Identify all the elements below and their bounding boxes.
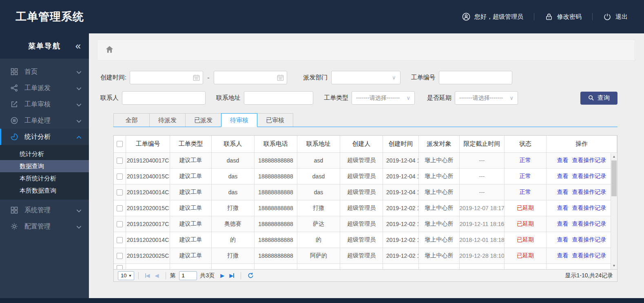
refresh-button[interactable] [248, 272, 254, 279]
address-input[interactable] [244, 91, 313, 105]
contact-field [122, 91, 206, 105]
select-all-checkbox[interactable] [117, 141, 123, 147]
view-log-link[interactable]: 查看操作记录 [572, 189, 606, 196]
calendar-icon[interactable] [277, 74, 284, 81]
cell-order-no: 201912020014C [126, 232, 170, 248]
order-no-input[interactable] [439, 71, 512, 84]
last-page-button[interactable]: ▶ [229, 272, 234, 279]
row-checkbox[interactable] [117, 237, 123, 243]
app-header: 工单管理系统 您好，超级管理员 修改密码 退出 [0, 0, 644, 33]
sidebar-item-home[interactable]: 首页 [0, 64, 89, 80]
page-number-input[interactable] [179, 271, 197, 280]
cell-created: 2019-12-04 15 [383, 153, 419, 169]
cell-creator: 超级管理员 [340, 232, 383, 248]
type-select[interactable]: -------请选择------- ∨ [352, 91, 415, 105]
chevron-down-icon [76, 118, 82, 123]
pie-chart-icon [11, 133, 18, 141]
sidebar: 菜单导航 « 首页 工单派发 工单 [0, 33, 89, 298]
scrollbar-thumb[interactable] [611, 160, 617, 196]
work-order-table: 工单编号 工单类型 联系人 联系电话 联系地址 创建人 创建时间 派发对象 限定… [113, 135, 617, 282]
lock-icon [545, 13, 553, 21]
home-icon[interactable] [105, 45, 114, 55]
statistics-submenu: 统计分析 数据查询 本所统计分析 本所数据查询 [0, 145, 89, 200]
view-log-link[interactable]: 查看操作记录 [572, 173, 606, 180]
view-link[interactable]: 查看 [557, 220, 569, 228]
delay-select[interactable]: -------请选择------- ∨ [455, 91, 518, 105]
view-link[interactable]: 查看 [557, 189, 569, 196]
tab-reviewed[interactable]: 已审核 [257, 113, 293, 127]
scroll-up-arrow[interactable]: ▲ [611, 154, 617, 160]
dept-select[interactable]: ∨ [331, 71, 401, 84]
side-menu: 首页 工单派发 工单审核 工单处理 [0, 59, 89, 235]
prev-page-button[interactable]: ◀ [155, 272, 159, 279]
next-page-button[interactable]: ▶ [220, 272, 224, 279]
table-row: 201912020014C 建议工单 的 18888888888 的 超级管理员… [114, 232, 617, 248]
create-time-end-input[interactable] [214, 71, 287, 84]
change-password-button[interactable]: 修改密码 [545, 13, 582, 21]
view-log-link[interactable]: 查看操作记录 [572, 252, 606, 259]
scroll-down-arrow[interactable]: ▼ [611, 263, 617, 269]
page-prefix-label: 第 [170, 272, 176, 279]
cell-creator: 超级管理员 [340, 200, 383, 216]
row-checkbox[interactable] [117, 158, 123, 164]
view-log-link[interactable]: 查看操作记录 [572, 204, 606, 212]
sidebar-item-system[interactable]: 系统管理 [0, 202, 89, 218]
dept-label: 派发部门 [303, 74, 328, 81]
contact-input[interactable] [122, 91, 206, 105]
sidebar-item-label: 工单处理 [24, 116, 76, 125]
cell-status: 已延期 [505, 248, 547, 264]
tab-dispatched[interactable]: 已派发 [185, 113, 221, 127]
view-link[interactable]: 查看 [557, 204, 569, 212]
submenu-item-data-query[interactable]: 数据查询 [0, 160, 89, 172]
view-link[interactable]: 查看 [557, 252, 569, 259]
submenu-item-statistics[interactable]: 统计分析 [0, 148, 89, 160]
row-checkbox[interactable] [117, 221, 123, 227]
cell-address: 萨达 [297, 216, 340, 232]
user-greeting[interactable]: 您好，超级管理员 [462, 13, 523, 21]
sidebar-item-statistics[interactable]: 统计分析 [0, 129, 89, 145]
view-log-link[interactable]: 查看操作记录 [572, 236, 606, 244]
col-type: 工单类型 [170, 136, 212, 153]
submenu-item-local-statistics[interactable]: 本所统计分析 [0, 172, 89, 184]
cell-order-no: 201912040014C [126, 184, 170, 200]
sidebar-collapse-icon[interactable]: « [75, 41, 81, 51]
row-checkbox[interactable] [117, 253, 123, 259]
view-link[interactable]: 查看 [557, 173, 569, 180]
create-time-start-field [130, 71, 203, 84]
view-link[interactable]: 查看 [557, 236, 569, 244]
cell-status: 已延期 [505, 232, 547, 248]
table-row: 201912040015C 建议工单 das 18888888888 dasd … [114, 169, 617, 184]
row-checkbox[interactable] [117, 205, 123, 211]
cell-status: 已延期 [505, 216, 547, 232]
cell-target: 墩上中心所 [419, 184, 460, 200]
table-scrollbar[interactable]: ▲ ▼ [611, 153, 617, 269]
cell-deadline: 2018-12-01 18:18 [460, 232, 505, 248]
tab-pending-review[interactable]: 待审核 [221, 113, 257, 127]
first-page-button[interactable]: ◀ [145, 272, 150, 279]
total-pages-label: 共3页 [200, 272, 215, 279]
sidebar-item-process[interactable]: 工单处理 [0, 112, 89, 129]
view-log-link[interactable]: 查看操作记录 [572, 157, 606, 164]
view-log-link[interactable]: 查看操作记录 [572, 220, 606, 228]
calendar-icon[interactable] [193, 74, 200, 81]
chevron-up-icon [76, 134, 82, 140]
create-time-end-field [214, 71, 287, 84]
row-checkbox[interactable] [117, 189, 123, 195]
cell-creator: 超级管理员 [340, 169, 383, 184]
checkbox-cell [114, 153, 126, 169]
cell-order-no: 201912020017C [126, 216, 170, 232]
search-button[interactable]: 查询 [580, 92, 617, 105]
page-size-select[interactable]: 10 ▾ [118, 271, 134, 280]
submenu-item-local-data-query[interactable]: 本所数据查询 [0, 184, 89, 197]
sidebar-item-config[interactable]: 配置管理 [0, 218, 89, 235]
sidebar-item-dispatch[interactable]: 工单派发 [0, 80, 89, 96]
create-time-start-input[interactable] [130, 71, 203, 84]
tab-all[interactable]: 全部 [113, 113, 150, 127]
sidebar-item-review[interactable]: 工单审核 [0, 96, 89, 112]
row-checkbox[interactable] [117, 173, 123, 180]
tab-pending-dispatch[interactable]: 待派发 [149, 113, 186, 127]
view-link[interactable]: 查看 [557, 157, 569, 164]
cell-order-no: 201912040015C [126, 169, 170, 184]
cell-creator: 超级管理员 [340, 248, 383, 264]
logout-button[interactable]: 退出 [603, 13, 628, 21]
